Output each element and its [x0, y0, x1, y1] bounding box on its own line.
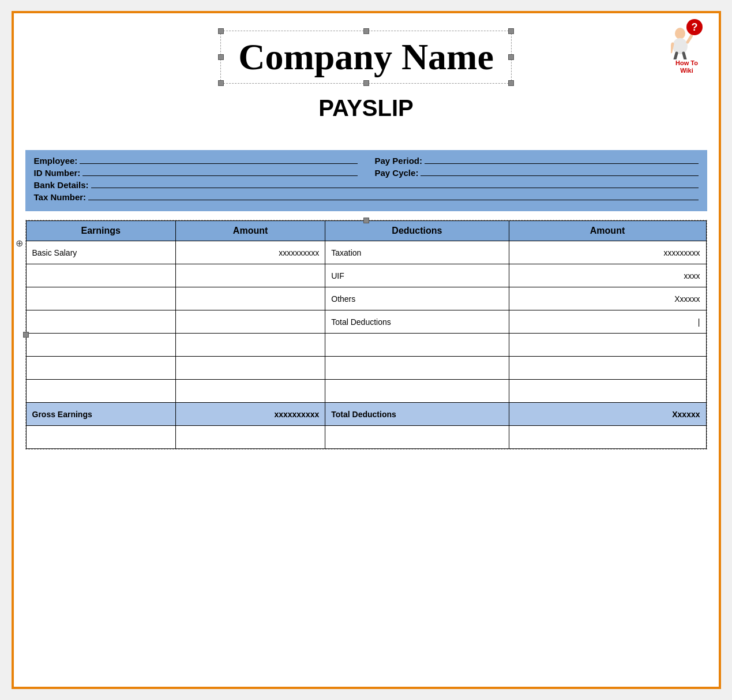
table-cell-r4-c3 — [509, 334, 706, 357]
info-row-4: Tax Number: — [34, 192, 699, 202]
table-cell-r5-c3 — [509, 357, 706, 380]
bank-details-label: Bank Details: — [34, 180, 89, 190]
handle-mr — [508, 54, 514, 60]
table-body: Basic SalaryxxxxxxxxxxTaxationxxxxxxxxxU… — [26, 241, 706, 449]
table-area: ⊕ Earnings Amount Deductions Amount Basi… — [25, 220, 707, 450]
table-cell-r2-c3: Xxxxxx — [509, 287, 706, 310]
table-handle-top — [363, 218, 369, 223]
table-cell-r2-c2: Others — [325, 287, 509, 310]
handle-tl — [218, 28, 224, 34]
table-cell-r6-c3 — [509, 380, 706, 403]
table-last-cell-c3 — [509, 426, 706, 449]
company-name: Company Name — [238, 37, 494, 77]
id-number-underline — [82, 175, 357, 176]
info-row-2: ID Number: Pay Cycle: — [34, 168, 699, 178]
handle-tm — [363, 28, 369, 34]
table-cell-r1-c0 — [26, 264, 175, 287]
handle-br — [508, 80, 514, 86]
table-cell-r3-c2: Total Deductions — [325, 310, 509, 334]
handle-tr — [508, 28, 514, 34]
table-last-cell-c2 — [325, 426, 509, 449]
page-wrapper: ? How To Wiki — [12, 11, 721, 689]
table-cell-r4-c0 — [26, 334, 175, 357]
table-move-icon: ⊕ — [16, 238, 23, 249]
table-row: UIFxxxx — [26, 264, 706, 287]
handle-ml — [218, 54, 224, 60]
col-header-deductions: Deductions — [325, 221, 509, 241]
handle-bm — [363, 80, 369, 86]
table-selection: ⊕ Earnings Amount Deductions Amount Basi… — [25, 220, 707, 450]
employee-label: Employee: — [34, 156, 78, 166]
table-cell-r1-c2: UIF — [325, 264, 509, 287]
table-last-cell-c1 — [175, 426, 325, 449]
pay-cycle-label: Pay Cycle: — [375, 168, 419, 178]
employee-underline — [80, 163, 357, 164]
pay-period-field: Pay Period: — [375, 156, 699, 166]
table-cell-r0-c1: xxxxxxxxxx — [175, 241, 325, 264]
company-name-box: Company Name — [220, 31, 512, 84]
table-handle-left — [23, 332, 29, 338]
table-last-row — [26, 426, 706, 449]
table-cell-r6-c0 — [26, 380, 175, 403]
info-section: Employee: Pay Period: ID Number: Pay Cyc… — [25, 150, 707, 211]
table-cell-r2-c0 — [26, 287, 175, 310]
pay-cycle-field: Pay Cycle: — [375, 168, 699, 178]
table-summary-cell-c0: Gross Earnings — [26, 403, 175, 426]
table-cell-r5-c1 — [175, 357, 325, 380]
question-mark-icon: ? — [686, 19, 703, 35]
table-cell-r3-c0 — [26, 310, 175, 334]
table-row — [26, 380, 706, 403]
table-row: OthersXxxxxx — [26, 287, 706, 310]
table-row — [26, 357, 706, 380]
id-number-label: ID Number: — [34, 168, 81, 178]
info-row-1: Employee: Pay Period: — [34, 156, 699, 166]
col-header-earnings: Earnings — [26, 221, 175, 241]
table-cell-r5-c0 — [26, 357, 175, 380]
tax-number-underline — [88, 200, 698, 200]
employee-field: Employee: — [34, 156, 358, 166]
bank-details-underline — [91, 188, 699, 188]
payslip-table: Earnings Amount Deductions Amount Basic … — [26, 220, 707, 449]
table-summary-cell-c2: Total Deductions — [325, 403, 509, 426]
table-summary-cell-c1: xxxxxxxxxx — [175, 403, 325, 426]
table-cell-r1-c3: xxxx — [509, 264, 706, 287]
pay-period-underline — [425, 163, 698, 164]
handle-bl — [218, 80, 224, 86]
table-cell-r0-c3: xxxxxxxxx — [509, 241, 706, 264]
table-row: Basic SalaryxxxxxxxxxxTaxationxxxxxxxxx — [26, 241, 706, 264]
table-cell-r3-c3: | — [509, 310, 706, 334]
id-number-field: ID Number: — [34, 168, 358, 178]
table-cell-r3-c1 — [175, 310, 325, 334]
table-cell-r5-c2 — [325, 357, 509, 380]
table-summary-cell-c3: Xxxxxx — [509, 403, 706, 426]
pay-cycle-underline — [421, 175, 698, 176]
tax-number-label: Tax Number: — [34, 192, 87, 202]
table-cell-r1-c1 — [175, 264, 325, 287]
table-cell-r0-c0: Basic Salary — [26, 241, 175, 264]
table-row — [26, 334, 706, 357]
table-cell-r4-c2 — [325, 334, 509, 357]
table-last-cell-c0 — [26, 426, 175, 449]
table-cell-r4-c1 — [175, 334, 325, 357]
col-header-amount2: Amount — [509, 221, 706, 241]
col-header-amount1: Amount — [175, 221, 325, 241]
pay-period-label: Pay Period: — [375, 156, 423, 166]
table-cell-r6-c2 — [325, 380, 509, 403]
header-section: Company Name PAYSLIP — [14, 13, 719, 144]
table-cell-r0-c2: Taxation — [325, 241, 509, 264]
table-summary-row: Gross EarningsxxxxxxxxxxTotal Deductions… — [26, 403, 706, 426]
table-cell-r2-c1 — [175, 287, 325, 310]
table-cell-r6-c1 — [175, 380, 325, 403]
table-row: Total Deductions| — [26, 310, 706, 334]
table-header-row: Earnings Amount Deductions Amount — [26, 221, 706, 241]
payslip-title: PAYSLIP — [48, 95, 684, 121]
info-row-3: Bank Details: — [34, 180, 699, 190]
